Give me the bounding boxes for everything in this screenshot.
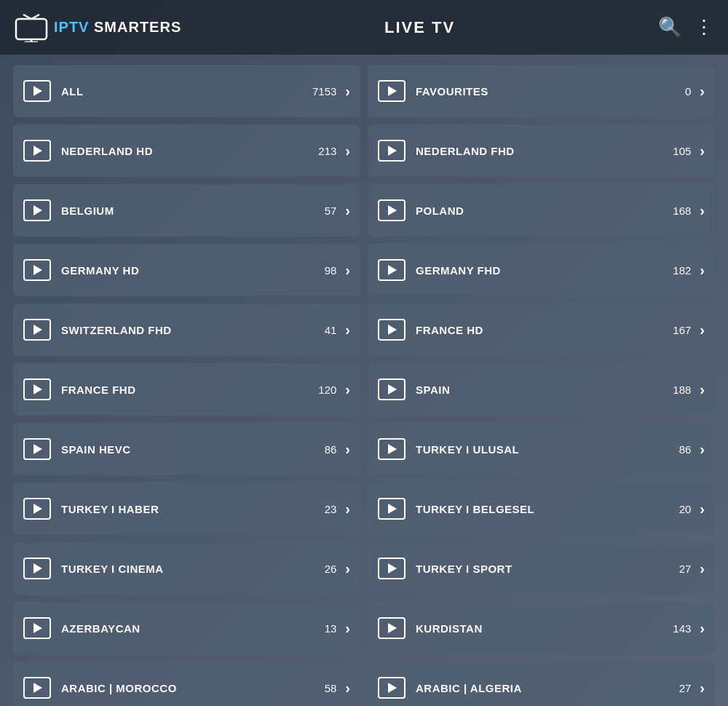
channel-item-favourites[interactable]: FAVOURITES 0 › [368,65,715,117]
play-icon-box [23,140,51,162]
logo-icon [15,13,48,42]
channel-name: SPAIN HEVC [61,443,325,456]
play-icon-box [23,319,51,341]
channel-item-spain-hevc[interactable]: SPAIN HEVC 86 › [13,423,360,475]
play-triangle [33,205,42,215]
more-menu-icon[interactable]: ⋮ [695,16,713,39]
chevron-right-icon: › [700,202,705,219]
channel-item-arabic---algeria[interactable]: ARABIC | ALGERIA 27 › [368,662,715,706]
logo-area: IPTV SMARTERS [15,13,181,42]
channel-name: TURKEY I SPORT [416,563,679,575]
channel-count: 167 [673,324,691,336]
channel-item-turkey-i-cinema[interactable]: TURKEY I CINEMA 26 › [13,542,360,595]
channel-count: 213 [318,145,336,157]
channel-name: SWITZERLAND FHD [61,324,325,336]
play-triangle [388,563,397,574]
search-icon[interactable]: 🔍 [658,16,681,39]
channel-grid: ALL 7153 › FAVOURITES 0 › NEDERLAND HD 2… [13,65,715,706]
logo-text: IPTV SMARTERS [54,19,181,36]
chevron-right-icon: › [700,322,705,338]
channel-count: 7153 [312,85,336,98]
play-icon-box [378,199,405,221]
channel-name: FAVOURITES [416,85,685,98]
play-icon-box [23,259,51,281]
play-icon-box [23,617,51,639]
channel-count: 98 [325,264,337,277]
chevron-right-icon: › [700,501,705,517]
channel-count: 27 [679,563,692,575]
play-triangle [33,86,42,96]
channel-list-container: ALL 7153 › FAVOURITES 0 › NEDERLAND HD 2… [0,55,728,706]
channel-item-all[interactable]: ALL 7153 › [13,65,360,117]
play-icon-box [23,498,51,520]
channel-item-arabic---morocco[interactable]: ARABIC | MOROCCO 58 › [13,662,360,706]
chevron-right-icon: › [345,262,350,279]
channel-item-azerbaycan[interactable]: AZERBAYCAN 13 › [13,602,360,654]
play-triangle [388,325,397,335]
channel-item-turkey-i-ulusal[interactable]: TURKEY I ULUSAL 86 › [368,423,715,475]
channel-item-poland[interactable]: POLAND 168 › [368,184,715,237]
play-triangle [388,683,397,693]
channel-name: TURKEY I CINEMA [61,563,325,575]
channel-name: KURDISTAN [416,622,673,635]
channel-item-kurdistan[interactable]: KURDISTAN 143 › [368,602,715,654]
play-triangle [33,504,42,514]
channel-name: GERMANY FHD [416,264,673,277]
channel-item-spain[interactable]: SPAIN 188 › [368,363,715,416]
channel-name: TURKEY I HABER [61,503,325,515]
play-triangle [388,265,397,275]
play-triangle [388,146,397,156]
channel-name: NEDERLAND HD [61,145,318,157]
channel-item-france-fhd[interactable]: FRANCE FHD 120 › [13,363,360,416]
channel-name: BELGIUM [61,205,325,217]
play-triangle [388,623,397,633]
channel-item-france-hd[interactable]: FRANCE HD 167 › [368,304,715,356]
play-icon-box [23,677,51,699]
play-triangle [388,444,397,454]
play-icon-box [378,140,405,162]
channel-item-nederland-fhd[interactable]: NEDERLAND FHD 105 › [368,124,715,177]
play-icon-box [378,80,405,102]
channel-count: 57 [325,205,337,217]
channel-item-turkey-i-haber[interactable]: TURKEY I HABER 23 › [13,483,360,535]
play-icon-box [378,259,405,281]
play-triangle [33,384,42,394]
svg-rect-0 [16,19,47,39]
channel-name: ARABIC | MOROCCO [61,682,325,694]
play-icon-box [378,438,405,460]
play-icon-box [378,558,405,579]
chevron-right-icon: › [700,620,705,637]
channel-item-germany-hd[interactable]: GERMANY HD 98 › [13,244,360,296]
channel-count: 23 [325,503,337,515]
play-icon-box [23,558,51,579]
channel-count: 86 [679,443,692,456]
chevron-right-icon: › [700,262,705,279]
channel-item-turkey-i-belgesel[interactable]: TURKEY I BELGESEL 20 › [368,483,715,535]
chevron-right-icon: › [345,143,350,159]
play-icon-box [378,319,405,341]
chevron-right-icon: › [345,680,350,697]
play-icon-box [378,498,405,520]
channel-count: 27 [679,682,692,694]
play-icon-box [23,438,51,460]
channel-name: GERMANY HD [61,264,325,277]
channel-count: 13 [325,622,337,635]
channel-name: NEDERLAND FHD [416,145,673,157]
channel-item-nederland-hd[interactable]: NEDERLAND HD 213 › [13,124,360,177]
play-icon-box [378,677,405,699]
channel-item-switzerland-fhd[interactable]: SWITZERLAND FHD 41 › [13,304,360,356]
channel-item-belgium[interactable]: BELGIUM 57 › [13,184,360,237]
channel-name: TURKEY I BELGESEL [416,503,679,515]
chevron-right-icon: › [345,560,350,577]
channel-item-germany-fhd[interactable]: GERMANY FHD 182 › [368,244,715,296]
channel-count: 182 [673,264,691,277]
channel-name: ARABIC | ALGERIA [416,682,679,694]
channel-count: 105 [673,145,691,157]
channel-count: 120 [318,384,336,396]
chevron-right-icon: › [345,322,350,338]
channel-item-turkey-i-sport[interactable]: TURKEY I SPORT 27 › [368,542,715,595]
channel-count: 86 [325,443,337,456]
play-triangle [388,384,397,394]
chevron-right-icon: › [345,501,350,517]
chevron-right-icon: › [700,441,705,458]
